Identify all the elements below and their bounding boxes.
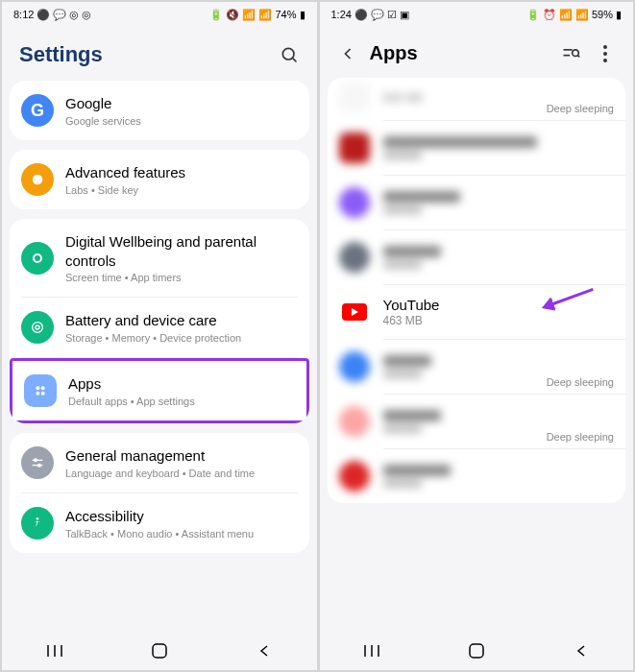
app-row[interactable]: [328, 230, 626, 284]
apps-list[interactable]: 608 MB Deep sleeping: [320, 78, 634, 632]
item-sub: Google services: [65, 115, 298, 127]
svg-point-7: [41, 386, 45, 390]
svg-point-25: [603, 59, 607, 62]
status-time: 1:24: [331, 9, 352, 20]
app-size: [383, 261, 422, 269]
instagram-icon: ◎: [69, 9, 79, 21]
item-sub: TalkBack • Mono audio • Assistant menu: [65, 528, 298, 540]
app-row-youtube[interactable]: YouTube 463 MB: [328, 285, 626, 339]
app-name: [383, 246, 441, 257]
alarm-icon: 🔋: [526, 9, 540, 21]
wellbeing-icon: [21, 242, 54, 275]
settings-list[interactable]: G Google Google services Advanced featur…: [2, 81, 317, 632]
item-title: Google: [65, 94, 298, 113]
svg-point-5: [36, 325, 39, 329]
item-title: Apps: [68, 374, 295, 394]
battery-percent: 74%: [275, 9, 296, 20]
app-icon: [339, 461, 370, 492]
app-status: Deep sleeping: [547, 103, 614, 114]
google-icon: G: [21, 94, 54, 127]
app-size: 463 MB: [383, 314, 615, 327]
whatsapp-icon: ⚫: [354, 9, 368, 21]
svg-point-13: [38, 464, 41, 467]
app-name: [383, 191, 460, 203]
svg-rect-31: [470, 644, 483, 658]
signal-icon: 📶: [258, 9, 272, 21]
status-bar: 8:12 ⚫ 💬 ◎ ◎ 🔋 🔇 📶 📶 74% ▮: [2, 2, 317, 27]
app-size: [383, 480, 422, 488]
app-row[interactable]: [328, 176, 626, 229]
svg-point-9: [41, 392, 45, 396]
signal-icon: 📶: [575, 9, 589, 21]
svg-line-1: [292, 59, 296, 62]
general-icon: [21, 446, 54, 479]
settings-item-general[interactable]: General management Language and keyboard…: [10, 433, 309, 492]
settings-screen: 8:12 ⚫ 💬 ◎ ◎ 🔋 🔇 📶 📶 74% ▮ Settings G Go…: [0, 0, 318, 672]
wifi-icon: 📶: [559, 9, 573, 21]
settings-item-google[interactable]: G Google Google services: [10, 81, 309, 140]
app-name: [383, 355, 431, 367]
app-row[interactable]: [328, 121, 626, 175]
chat-icon: 💬: [371, 9, 384, 21]
page-title: Settings: [19, 42, 103, 67]
nav-bar: [2, 632, 317, 670]
svg-point-14: [37, 517, 39, 520]
nav-home[interactable]: [452, 636, 501, 665]
svg-point-8: [36, 392, 39, 396]
svg-point-24: [603, 52, 607, 56]
filter-search-button[interactable]: [560, 43, 581, 64]
app-row-partial[interactable]: 608 MB Deep sleeping: [328, 78, 626, 120]
app-size: [383, 152, 422, 159]
svg-point-21: [573, 49, 579, 56]
app-row[interactable]: Deep sleeping: [328, 340, 626, 394]
clock-icon: ⏰: [543, 9, 556, 21]
svg-rect-18: [153, 644, 166, 658]
item-title: Battery and device care: [65, 311, 298, 330]
apps-header: Apps: [320, 27, 634, 78]
app-icon: [339, 187, 370, 218]
item-title: General management: [65, 446, 298, 466]
settings-item-accessibility[interactable]: Accessibility TalkBack • Mono audio • As…: [10, 493, 309, 553]
nav-home[interactable]: [135, 636, 183, 665]
more-button[interactable]: [595, 43, 616, 64]
status-bar: 1:24 ⚫ 💬 ☑ ▣ 🔋 ⏰ 📶 📶 59% ▮: [320, 2, 634, 27]
battery-care-icon: [21, 311, 54, 344]
app-icon: [339, 82, 370, 112]
app-row[interactable]: Deep sleeping: [328, 395, 626, 448]
svg-point-6: [36, 386, 39, 390]
settings-item-battery[interactable]: Battery and device care Storage • Memory…: [10, 298, 309, 357]
nav-back[interactable]: [557, 636, 605, 665]
app-icon: [339, 132, 370, 163]
app-size: [383, 206, 422, 214]
app-row[interactable]: [328, 449, 626, 503]
nav-recents[interactable]: [348, 636, 396, 665]
app-name: [383, 465, 451, 476]
chevron-left-icon: [338, 44, 357, 63]
chat-icon: 💬: [53, 9, 66, 21]
mute-icon: 🔇: [226, 9, 239, 21]
nav-back[interactable]: [240, 636, 288, 665]
svg-point-3: [34, 254, 41, 262]
search-button[interactable]: [279, 44, 300, 65]
settings-item-apps[interactable]: Apps Default apps • App settings: [10, 358, 309, 423]
apps-icon: [24, 374, 57, 407]
battery-icon: ▮: [616, 9, 622, 21]
youtube-icon: [339, 297, 370, 327]
image-icon: ▣: [400, 9, 409, 21]
back-button[interactable]: [337, 43, 358, 64]
apps-screen: 1:24 ⚫ 💬 ☑ ▣ 🔋 ⏰ 📶 📶 59% ▮ Apps: [318, 0, 636, 672]
circle-icon: ◎: [82, 9, 91, 21]
settings-item-wellbeing[interactable]: Digital Wellbeing and parental controls …: [10, 219, 309, 297]
app-icon: [339, 351, 370, 382]
item-sub: Labs • Side key: [65, 184, 298, 196]
more-vert-icon: [603, 45, 607, 62]
check-icon: ☑: [387, 9, 397, 21]
page-title: Apps: [370, 42, 418, 64]
app-status: Deep sleeping: [547, 431, 614, 443]
app-size: [383, 371, 422, 378]
alarm-icon: 🔋: [209, 9, 223, 21]
settings-item-advanced[interactable]: Advanced features Labs • Side key: [10, 150, 309, 209]
nav-recents[interactable]: [31, 636, 79, 665]
svg-point-12: [35, 459, 37, 462]
item-title: Advanced features: [65, 163, 298, 182]
